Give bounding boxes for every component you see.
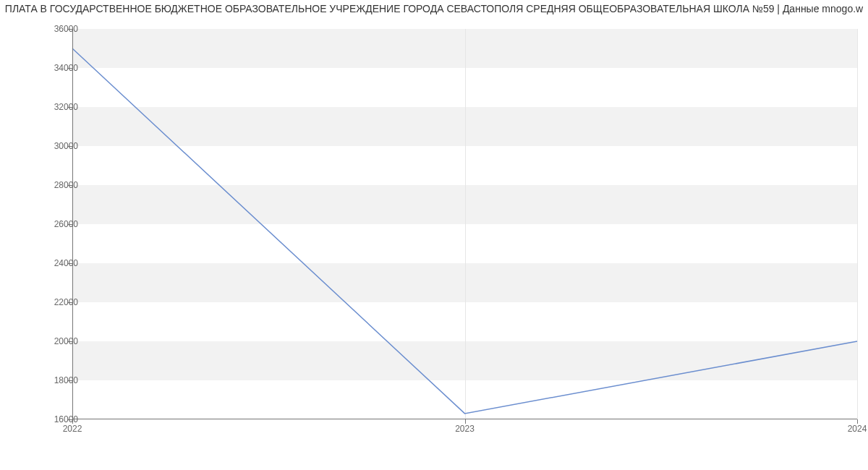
y-tick-label: 26000 <box>35 219 78 229</box>
chart-container: ПЛАТА В ГОСУДАРСТВЕННОЕ БЮДЖЕТНОЕ ОБРАЗО… <box>0 0 868 470</box>
y-tick-label: 24000 <box>35 258 78 268</box>
y-tick-label: 20000 <box>35 336 78 346</box>
line-series <box>72 29 857 419</box>
series-polyline <box>72 48 857 414</box>
y-tick-label: 16000 <box>35 414 78 424</box>
x-tick-label: 2023 <box>455 424 475 434</box>
chart-title: ПЛАТА В ГОСУДАРСТВЕННОЕ БЮДЖЕТНОЕ ОБРАЗО… <box>0 3 868 14</box>
plot-area <box>72 29 857 419</box>
y-tick-label: 34000 <box>35 63 78 73</box>
y-tick-label: 18000 <box>35 375 78 385</box>
grid-line-vertical <box>857 29 858 419</box>
y-tick-label: 32000 <box>35 102 78 112</box>
y-tick-label: 30000 <box>35 141 78 151</box>
y-tick-label: 36000 <box>35 24 78 34</box>
x-tick-label: 2022 <box>63 424 82 434</box>
y-tick-label: 22000 <box>35 297 78 307</box>
x-tick-label: 2024 <box>848 424 867 434</box>
y-tick-label: 28000 <box>35 180 78 190</box>
